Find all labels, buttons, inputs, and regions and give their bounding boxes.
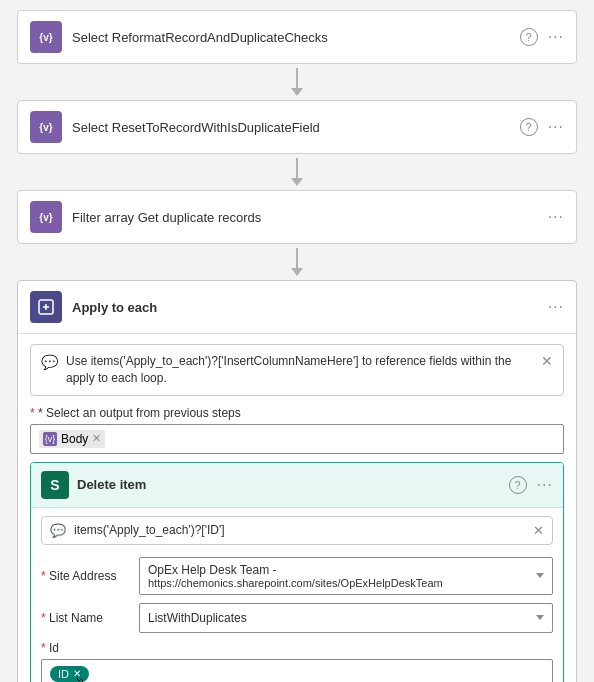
delete-item-title: Delete item	[77, 477, 501, 492]
step-card-1: {v} Select ReformatRecordAndDuplicateChe…	[17, 10, 577, 64]
site-address-chevron	[536, 573, 544, 578]
sub-info-icon: 💬	[50, 523, 66, 538]
select-output-input[interactable]: {v} Body ✕	[30, 424, 564, 454]
sharepoint-icon: S	[50, 477, 59, 493]
arrow-head-3	[291, 268, 303, 276]
apply-each-title: Apply to each	[72, 300, 538, 315]
apply-each-more[interactable]: ···	[548, 298, 564, 316]
select-output-field: * * Select an output from previous steps…	[30, 406, 564, 454]
step-icon-text-1: {v}	[39, 32, 52, 43]
apply-each-info-banner: 💬 Use items('Apply_to_each')?['InsertCol…	[30, 344, 564, 396]
site-address-name: OpEx Help Desk Team -	[148, 563, 443, 577]
site-address-value: OpEx Help Desk Team - https://chemonics.…	[148, 563, 443, 589]
step-icon-1: {v}	[30, 21, 62, 53]
step-label-3: Filter array Get duplicate records	[72, 210, 538, 225]
apply-each-header: Apply to each ···	[18, 281, 576, 334]
arrow-line-3	[296, 248, 298, 268]
id-tag-row: ID ✕ 🖱	[50, 666, 89, 682]
delete-item-help[interactable]: ?	[509, 476, 527, 494]
step-label-2: Select ResetToRecordWithIsDuplicateField	[72, 120, 510, 135]
delete-item-header: S Delete item ? ···	[31, 463, 563, 508]
step-icon-text-2: {v}	[39, 122, 52, 133]
step-card-2: {v} Select ResetToRecordWithIsDuplicateF…	[17, 100, 577, 154]
arrow-head-2	[291, 178, 303, 186]
site-address-url: https://chemonics.sharepoint.com/sites/O…	[148, 577, 443, 589]
list-name-label: * List Name	[41, 611, 131, 625]
step-card-3: {v} Filter array Get duplicate records ·…	[17, 190, 577, 244]
id-required: *	[41, 641, 49, 655]
id-label: * Id	[41, 641, 131, 655]
id-input-row: ID ✕ 🖱	[41, 659, 553, 682]
delete-item-actions: ? ···	[509, 476, 553, 494]
sub-info-close[interactable]: ✕	[533, 523, 544, 538]
list-name-row: * List Name ListWithDuplicates	[41, 603, 553, 633]
id-field-wrapper[interactable]: ID ✕ 🖱	[41, 659, 553, 682]
sub-info-text: items('Apply_to_each')?['ID']	[74, 523, 525, 537]
list-name-required: *	[41, 611, 49, 625]
id-row: * Id ID ✕ 🖱	[41, 641, 553, 682]
delete-item-card: S Delete item ? ··· 💬 items('Apply_to_ea…	[30, 462, 564, 682]
help-icon-1[interactable]: ?	[520, 28, 538, 46]
info-banner-close[interactable]: ✕	[541, 353, 553, 369]
arrow-1	[291, 64, 303, 100]
step-actions-3: ···	[548, 208, 564, 226]
cursor-icon: 🖱	[74, 676, 90, 682]
select-output-required: *	[30, 406, 38, 420]
step-actions-1: ? ···	[520, 28, 564, 46]
delete-item-question-icon: ?	[515, 479, 521, 491]
list-name-input[interactable]: ListWithDuplicates	[139, 603, 553, 633]
info-banner-text: Use items('Apply_to_each')?['InsertColum…	[66, 353, 533, 387]
delete-item-icon: S	[41, 471, 69, 499]
more-button-2[interactable]: ···	[548, 118, 564, 136]
step-icon-2: {v}	[30, 111, 62, 143]
help-icon-2[interactable]: ?	[520, 118, 538, 136]
question-icon-2: ?	[526, 121, 532, 133]
site-address-input[interactable]: OpEx Help Desk Team - https://chemonics.…	[139, 557, 553, 595]
step-icon-text-3: {v}	[39, 212, 52, 223]
id-tag-label: ID	[58, 668, 69, 680]
step-label-1: Select ReformatRecordAndDuplicateChecks	[72, 30, 510, 45]
arrow-line-2	[296, 158, 298, 178]
arrow-3	[291, 244, 303, 280]
info-banner-icon: 💬	[41, 354, 58, 370]
apply-to-each-container: Apply to each ··· 💬 Use items('Apply_to_…	[17, 280, 577, 682]
body-tag-close[interactable]: ✕	[92, 432, 101, 445]
delete-item-more[interactable]: ···	[537, 476, 553, 494]
site-address-required: *	[41, 569, 49, 583]
more-button-3[interactable]: ···	[548, 208, 564, 226]
site-address-row: * Site Address OpEx Help Desk Team - htt…	[41, 557, 553, 595]
arrow-line-1	[296, 68, 298, 88]
arrow-2	[291, 154, 303, 190]
more-button-1[interactable]: ···	[548, 28, 564, 46]
question-icon-1: ?	[526, 31, 532, 43]
apply-each-icon	[30, 291, 62, 323]
step-icon-3: {v}	[30, 201, 62, 233]
body-tag-label: Body	[61, 432, 88, 446]
site-address-label: * Site Address	[41, 569, 131, 583]
list-name-value: ListWithDuplicates	[148, 611, 247, 625]
list-name-chevron	[536, 615, 544, 620]
body-tag-icon: {v}	[43, 432, 57, 446]
body-tag: {v} Body ✕	[39, 430, 105, 448]
delete-item-fields: * Site Address OpEx Help Desk Team - htt…	[31, 549, 563, 682]
step-actions-2: ? ···	[520, 118, 564, 136]
sub-info-banner: 💬 items('Apply_to_each')?['ID'] ✕	[41, 516, 553, 545]
select-output-label: * * Select an output from previous steps	[30, 406, 564, 420]
flow-container: {v} Select ReformatRecordAndDuplicateChe…	[0, 0, 594, 682]
arrow-head-1	[291, 88, 303, 96]
